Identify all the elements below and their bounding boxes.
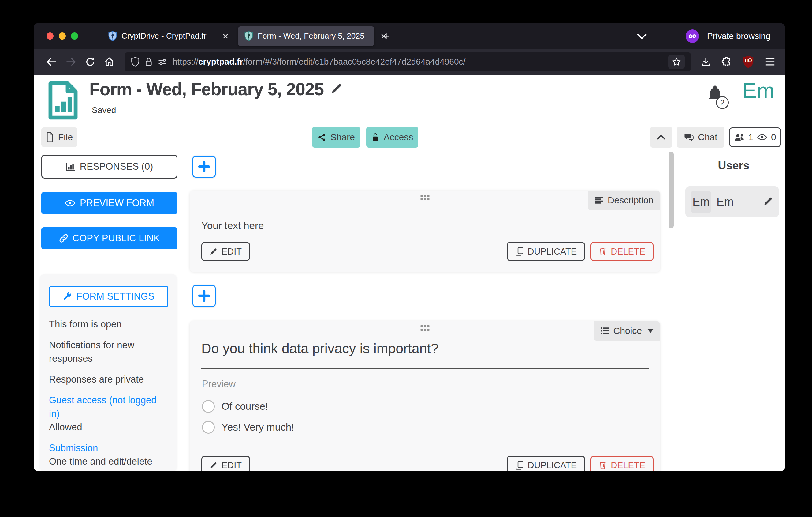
editors-count: 1 <box>748 132 753 142</box>
plus-icon <box>198 161 210 173</box>
drag-handle-icon[interactable] <box>421 195 430 200</box>
bar-chart-icon <box>66 162 76 171</box>
notifications-bell-icon[interactable]: 2 <box>705 84 725 104</box>
viewers-count: 0 <box>771 132 776 142</box>
home-icon[interactable] <box>100 57 119 67</box>
tab-bar: CryptDrive - CryptPad.fr Form - Wed, Feb… <box>34 23 785 49</box>
tab-strip: CryptDrive - CryptPad.fr Form - Wed, Feb… <box>102 23 391 49</box>
list-tabs-chevron-icon[interactable] <box>637 33 647 39</box>
share-label: Share <box>330 132 355 142</box>
wrench-icon <box>63 292 72 301</box>
tab-title: Form - Wed, February 5, 2025 <box>258 31 365 41</box>
tab-close-icon[interactable] <box>380 33 387 39</box>
access-button[interactable]: Access <box>366 127 418 147</box>
back-icon[interactable] <box>41 57 61 67</box>
navigation-toolbar: https://cryptpad.fr/form/#/3/form/edit/c… <box>34 49 785 75</box>
private-browsing-icon <box>686 29 699 43</box>
cryptpad-shield-icon <box>108 31 117 42</box>
description-text: Your text here <box>201 220 264 232</box>
chat-bubbles-icon <box>684 133 694 141</box>
users-panel-title: Users <box>682 159 785 172</box>
downloads-icon[interactable] <box>701 57 711 67</box>
reload-icon[interactable] <box>81 57 100 67</box>
lock-icon[interactable] <box>145 57 152 67</box>
tracking-protection-shield-icon[interactable] <box>131 57 140 67</box>
option-label: Yes! Very much! <box>222 421 294 433</box>
minimize-window-button[interactable] <box>59 32 66 39</box>
collapse-toolbar-button[interactable] <box>650 127 672 147</box>
preview-form-button[interactable]: PREVIEW FORM <box>41 192 177 214</box>
users-icon <box>734 133 744 141</box>
form-settings-summary: This form is open Notifications for new … <box>49 318 168 468</box>
account-avatar[interactable]: Em <box>738 78 779 103</box>
url-bar[interactable]: https://cryptpad.fr/form/#/3/form/edit/c… <box>125 52 691 71</box>
vertical-scrollbar[interactable] <box>668 152 674 228</box>
ublock-label: uO <box>745 58 752 64</box>
submission-value: One time and edit/delete <box>49 455 168 468</box>
tab-cryptdrive[interactable]: CryptDrive - CryptPad.fr <box>102 26 238 46</box>
duplicate-button[interactable]: DUPLICATE <box>507 456 585 471</box>
responses-button[interactable]: RESPONSES (0) <box>41 155 177 179</box>
duplicate-icon <box>515 247 524 256</box>
duplicate-label: DUPLICATE <box>528 247 577 257</box>
tab-close-icon[interactable] <box>222 33 229 39</box>
radio-button[interactable] <box>202 421 215 434</box>
form-settings-panel: FORM SETTINGS This form is open Notifica… <box>40 274 177 471</box>
navbar-right-icons: uO <box>701 55 775 69</box>
pencil-icon <box>210 461 218 469</box>
edit-button[interactable]: EDIT <box>201 242 250 261</box>
share-icon <box>318 133 326 141</box>
delete-button[interactable]: DELETE <box>590 456 654 471</box>
block-type-description: Description <box>588 191 660 210</box>
zoom-window-button[interactable] <box>71 32 78 39</box>
viewers-eye-icon <box>757 134 767 141</box>
save-status: Saved <box>92 105 116 115</box>
duplicate-button[interactable]: DUPLICATE <box>507 242 585 261</box>
menu-hamburger-icon[interactable] <box>765 57 775 66</box>
guest-access-link[interactable]: Guest access (not logged in) <box>49 393 168 420</box>
user-count-indicator[interactable]: 1 0 <box>729 128 781 147</box>
choice-block: Choice Do you think data privacy is impo… <box>190 321 660 471</box>
padlock-icon <box>371 133 379 142</box>
delete-label: DELETE <box>611 460 645 470</box>
tab-form-active[interactable]: Form - Wed, February 5, 2025 <box>238 26 374 46</box>
responses-label: RESPONSES (0) <box>80 161 153 172</box>
copy-public-link-label: COPY PUBLIC LINK <box>72 233 160 244</box>
drag-handle-icon[interactable] <box>421 325 430 331</box>
radio-button[interactable] <box>202 400 215 413</box>
edit-button[interactable]: EDIT <box>201 456 250 471</box>
add-block-button[interactable] <box>193 285 216 307</box>
titlebar-right: Private browsing <box>637 29 771 43</box>
url-text[interactable]: https://cryptpad.fr/form/#/3/form/edit/c… <box>173 57 663 67</box>
form-settings-button[interactable]: FORM SETTINGS <box>49 286 168 307</box>
description-block: Description Your text here EDIT DUPLICAT… <box>190 191 660 272</box>
align-left-icon <box>595 196 603 204</box>
edit-name-pencil-icon[interactable] <box>763 196 774 208</box>
url-domain: cryptpad.fr <box>198 57 243 66</box>
pencil-icon <box>210 247 218 255</box>
form-app-icon <box>46 81 80 121</box>
ublock-origin-icon[interactable]: uO <box>742 55 754 69</box>
extensions-puzzle-icon[interactable] <box>721 57 732 67</box>
plus-icon <box>198 290 210 302</box>
block-type-choice-dropdown[interactable]: Choice <box>594 321 660 341</box>
user-list-item: Em Em <box>685 186 779 217</box>
close-window-button[interactable] <box>47 32 54 39</box>
setting-open: This form is open <box>49 318 168 331</box>
question-text[interactable]: Do you think data privacy is important? <box>201 341 438 356</box>
file-menu-button[interactable]: File <box>41 128 78 147</box>
chat-label: Chat <box>698 132 717 142</box>
delete-button[interactable]: DELETE <box>590 242 654 261</box>
submission-link[interactable]: Submission <box>49 441 168 455</box>
forward-icon[interactable] <box>61 57 81 67</box>
add-block-button[interactable] <box>193 156 216 178</box>
guest-access-value: Allowed <box>49 420 168 434</box>
preview-label: Preview <box>202 379 236 389</box>
chat-button[interactable]: Chat <box>677 127 725 147</box>
permissions-icon[interactable] <box>158 58 167 66</box>
rename-pencil-icon[interactable] <box>330 82 343 96</box>
file-icon <box>46 132 54 142</box>
copy-public-link-button[interactable]: COPY PUBLIC LINK <box>41 227 177 249</box>
share-button[interactable]: Share <box>312 127 360 147</box>
bookmark-star-icon[interactable] <box>668 55 685 69</box>
